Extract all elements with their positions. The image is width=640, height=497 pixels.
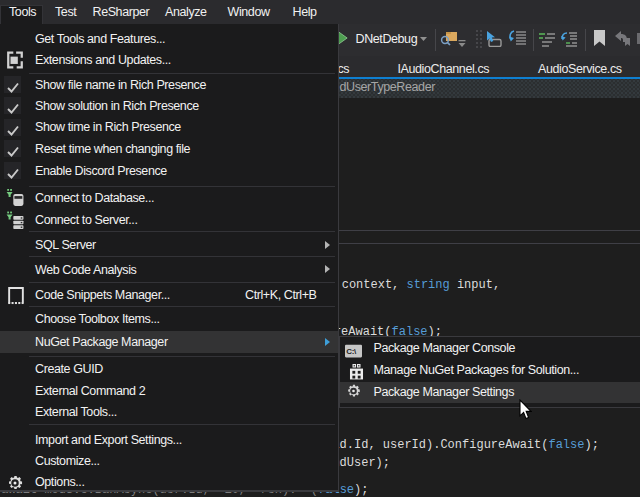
- svg-text:C:\: C:\: [346, 347, 357, 356]
